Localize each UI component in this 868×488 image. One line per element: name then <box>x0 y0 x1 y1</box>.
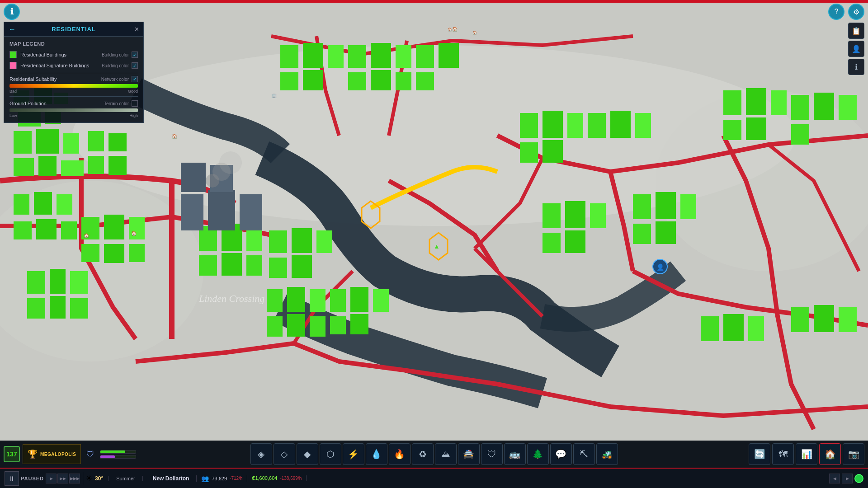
tool-communication[interactable]: 💬 <box>550 443 572 465</box>
svg-rect-88 <box>839 95 857 120</box>
tool-police[interactable]: 🚔 <box>458 443 480 465</box>
svg-rect-54 <box>330 289 346 312</box>
tool-assets[interactable]: ◆ <box>297 443 318 465</box>
svg-rect-90 <box>542 203 561 228</box>
top-right-buttons: ? ⚙ <box>828 4 864 20</box>
tool-garbage[interactable]: ♻ <box>412 443 434 465</box>
svg-rect-50 <box>310 289 326 312</box>
speed-3-button[interactable]: ▶▶▶ <box>69 474 80 483</box>
help-button[interactable]: ? <box>828 4 844 20</box>
city-level-badge: 137 <box>4 446 20 462</box>
green-progress-bar <box>100 450 136 454</box>
notification-button[interactable]: 📋 <box>848 23 864 39</box>
svg-rect-45 <box>316 230 332 253</box>
panel-close-button[interactable]: × <box>135 25 139 33</box>
trophy-icon: 🏆 <box>28 449 38 459</box>
svg-rect-36 <box>70 298 88 319</box>
svg-rect-87 <box>814 93 834 120</box>
svg-rect-63 <box>303 70 323 90</box>
svg-rect-16 <box>108 133 127 151</box>
tool-zones[interactable]: ◈ <box>250 443 272 465</box>
info-button[interactable]: ℹ <box>4 4 20 20</box>
svg-rect-49 <box>287 287 305 312</box>
toolbar: 137 🏆 MEGALOPOLIS 🛡 ◈ ◇ ◆ ⬡ <box>0 441 868 468</box>
tool-progression[interactable]: 🔄 <box>749 443 770 465</box>
svg-rect-33 <box>70 271 88 294</box>
tool-photo[interactable]: 📷 <box>843 443 864 465</box>
svg-rect-61 <box>328 45 344 68</box>
trophy-section: 🏆 MEGALOPOLIS <box>23 444 81 464</box>
tool-fire[interactable]: 🔥 <box>389 443 410 465</box>
svg-rect-71 <box>439 43 459 68</box>
tool-roads[interactable]: ⬡ <box>320 443 341 465</box>
suitability-bar <box>9 84 138 88</box>
bar-purple <box>100 455 136 459</box>
season-label: Summer <box>108 476 143 481</box>
pollution-checkbox[interactable] <box>132 100 138 107</box>
svg-rect-89 <box>791 124 809 145</box>
svg-rect-69 <box>396 72 411 90</box>
tool-parks[interactable]: 🌲 <box>527 443 549 465</box>
svg-rect-82 <box>746 88 766 115</box>
svg-rect-43 <box>269 230 287 253</box>
panel-title: RESIDENTIAL <box>52 26 96 33</box>
svg-rect-28 <box>81 244 99 262</box>
status-indicator <box>854 474 863 483</box>
legend-title: MAP LEGEND <box>9 41 138 47</box>
svg-rect-34 <box>27 298 45 319</box>
city-level-number: 137 <box>6 450 17 458</box>
pause-button[interactable]: ⏸ <box>5 471 19 486</box>
speed-1-button[interactable]: ▶ <box>46 474 57 483</box>
panel-header: ← RESIDENTIAL × <box>4 22 143 37</box>
svg-rect-23 <box>36 219 57 239</box>
svg-text:🏠: 🏠 <box>448 27 452 32</box>
purple-progress-bar <box>100 455 136 459</box>
suitability-good-label: Good <box>128 89 138 94</box>
svg-rect-78 <box>588 113 606 138</box>
tool-statistics[interactable]: 📊 <box>796 443 817 465</box>
population-button[interactable]: 👤 <box>848 41 864 57</box>
suitability-checkbox[interactable]: ✓ <box>132 76 138 82</box>
svg-rect-70 <box>416 45 434 68</box>
tool-residential-active[interactable]: 🏠 <box>819 443 841 465</box>
tool-transit[interactable]: 🚌 <box>504 443 526 465</box>
svg-rect-72 <box>416 72 434 90</box>
pollution-bar <box>9 108 138 112</box>
svg-rect-57 <box>330 316 346 334</box>
panel-back-button[interactable]: ← <box>9 25 16 33</box>
tool-shovel[interactable]: ⛏ <box>573 443 595 465</box>
tool-water[interactable]: 💧 <box>366 443 387 465</box>
tool-emergency[interactable]: 🛡 <box>481 443 503 465</box>
residential-buildings-checkbox[interactable]: ✓ <box>132 52 138 58</box>
svg-rect-26 <box>104 215 124 239</box>
svg-rect-58 <box>350 314 368 334</box>
tool-signature[interactable]: ◇ <box>274 443 295 465</box>
tool-agriculture[interactable]: 🚜 <box>596 443 618 465</box>
tool-electricity[interactable]: ⚡ <box>343 443 364 465</box>
settings-button[interactable]: ⚙ <box>848 4 864 20</box>
suitability-header: Residential Suitability Network color ✓ <box>9 76 138 82</box>
svg-rect-56 <box>373 289 389 312</box>
svg-rect-100 <box>181 194 203 230</box>
signature-buildings-color <box>9 62 17 69</box>
svg-rect-14 <box>61 160 84 176</box>
city-name: New Dollarton <box>146 475 197 482</box>
speed-2-button[interactable]: ▶▶ <box>57 474 68 483</box>
divider-2 <box>9 96 138 97</box>
svg-rect-76 <box>520 142 538 163</box>
population-change: -712/h <box>230 476 242 481</box>
svg-rect-29 <box>104 244 124 263</box>
money-group: ₡1,600,604 -138,699/h <box>247 475 307 481</box>
panel-body: MAP LEGEND Residential Buildings Buildin… <box>4 37 143 122</box>
signature-buildings-checkbox[interactable]: ✓ <box>132 62 138 69</box>
svg-rect-85 <box>746 117 766 140</box>
legend-row-signature-buildings: Residential Signature Buildings Building… <box>9 62 138 69</box>
tool-terrain[interactable]: ⛰ <box>435 443 457 465</box>
svg-rect-31 <box>27 271 45 294</box>
svg-rect-52 <box>287 314 305 337</box>
nav-prev-button[interactable]: ◀ <box>829 474 840 483</box>
svg-rect-62 <box>280 72 298 90</box>
info-side-button[interactable]: ℹ <box>848 59 864 75</box>
nav-next-button[interactable]: ▶ <box>842 474 853 483</box>
tool-map[interactable]: 🗺 <box>772 443 794 465</box>
